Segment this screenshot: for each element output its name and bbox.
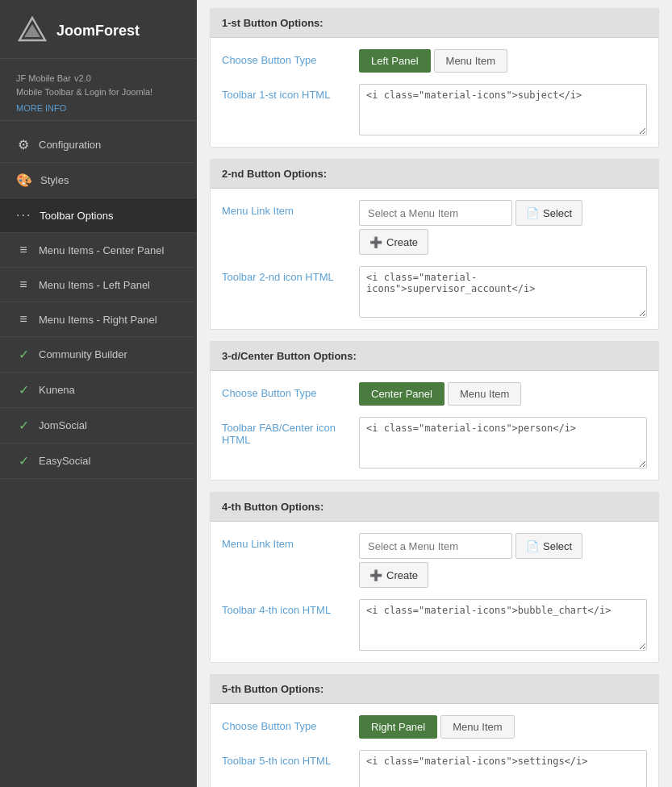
btn5-type-row: Choose Button Type Right Panel Menu Item (222, 715, 647, 739)
section-btn1-header: 1-st Button Options: (211, 9, 658, 38)
btn5-right-panel-button[interactable]: Right Panel (359, 715, 437, 739)
btn2-icon-textarea[interactable] (359, 266, 647, 318)
check-icon: ✓ (16, 382, 31, 398)
sidebar-item-menu-items-right[interactable]: ≡ Menu Items - Right Panel (0, 302, 197, 337)
btn2-menu-input[interactable] (359, 200, 512, 226)
section-btn5-header: 5-th Button Options: (211, 675, 658, 704)
sidebar-logo: JoomForest (0, 0, 197, 59)
btn5-menu-item-button[interactable]: Menu Item (440, 715, 514, 739)
menu-icon: ≡ (16, 243, 31, 257)
btn4-create-button[interactable]: ➕ Create (359, 562, 428, 588)
logo-text: JoomForest (56, 23, 140, 40)
btn1-icon-row: Toolbar 1-st icon HTML (222, 84, 647, 135)
section-btn4: 4-th Button Options: Menu Link Item 📄 Se… (210, 492, 659, 663)
btn2-select-button[interactable]: 📄 Select (515, 200, 582, 226)
logo-icon (16, 15, 48, 47)
btn5-icon-label: Toolbar 5-th icon HTML (222, 750, 359, 767)
sidebar-item-menu-items-center[interactable]: ≡ Menu Items - Center Panel (0, 233, 197, 268)
btn3-menu-item-button[interactable]: Menu Item (448, 382, 521, 406)
sidebar-item-label: Menu Items - Center Panel (39, 244, 164, 256)
btn3-icon-control (359, 417, 647, 468)
sidebar-item-kunena[interactable]: ✓ Kunena (0, 373, 197, 408)
section-btn3: 3-d/Center Button Options: Choose Button… (210, 341, 659, 481)
more-info-link[interactable]: MORE INFO (16, 103, 66, 113)
section-btn4-body: Menu Link Item 📄 Select ➕ Create Toolbar… (211, 522, 658, 662)
section-btn5: 5-th Button Options: Choose Button Type … (210, 674, 659, 787)
btn4-icon-control (359, 599, 647, 651)
sidebar-item-styles[interactable]: 🎨 Styles (0, 163, 197, 198)
btn2-icon-label: Toolbar 2-nd icon HTML (222, 266, 359, 283)
btn1-menu-item-button[interactable]: Menu Item (434, 49, 507, 73)
btn5-icon-textarea[interactable] (359, 750, 647, 787)
menu-icon: ≡ (16, 312, 31, 327)
main-content: 1-st Button Options: Choose Button Type … (197, 0, 672, 787)
doc-icon: 📄 (526, 207, 539, 219)
btn1-left-panel-button[interactable]: Left Panel (359, 49, 431, 73)
palette-icon: 🎨 (16, 173, 32, 188)
btn2-menu-control: 📄 Select ➕ Create (359, 200, 647, 255)
btn2-menu-row: Menu Link Item 📄 Select ➕ Create (222, 200, 647, 255)
btn5-icon-row: Toolbar 5-th icon HTML (222, 750, 647, 787)
btn4-menu-input[interactable] (359, 533, 512, 559)
btn2-create-button[interactable]: ➕ Create (359, 229, 428, 255)
plus-icon: ➕ (369, 236, 382, 248)
btn4-menu-row: Menu Link Item 📄 Select ➕ Create (222, 533, 647, 588)
sidebar-item-menu-items-left[interactable]: ≡ Menu Items - Left Panel (0, 268, 197, 302)
check-icon: ✓ (16, 418, 31, 433)
doc-icon: 📄 (526, 540, 539, 552)
btn1-type-row: Choose Button Type Left Panel Menu Item (222, 49, 647, 73)
sidebar-item-community-builder[interactable]: ✓ Community Builder (0, 337, 197, 373)
sidebar-item-easysocial[interactable]: ✓ EasySocial (0, 443, 197, 479)
btn5-type-control: Right Panel Menu Item (359, 715, 647, 739)
btn3-type-label: Choose Button Type (222, 382, 359, 399)
sidebar-item-label: Community Builder (39, 348, 127, 360)
section-btn5-body: Choose Button Type Right Panel Menu Item… (211, 704, 658, 787)
section-btn1: 1-st Button Options: Choose Button Type … (210, 8, 659, 148)
app-info: JF Mobile Bar v2.0 Mobile Toolbar & Logi… (0, 59, 197, 121)
app-subtitle: Mobile Toolbar & Login for Joomla! (16, 87, 181, 97)
sidebar-item-label: Styles (40, 174, 69, 186)
section-btn2-header: 2-nd Button Options: (211, 160, 658, 189)
btn2-menu-label: Menu Link Item (222, 200, 359, 217)
section-btn2-body: Menu Link Item 📄 Select ➕ Create Toolbar… (211, 189, 658, 329)
section-btn3-body: Choose Button Type Center Panel Menu Ite… (211, 371, 658, 480)
btn3-icon-row: Toolbar FAB/Center icon HTML (222, 417, 647, 468)
sidebar-item-label: EasySocial (39, 455, 90, 467)
btn3-center-panel-button[interactable]: Center Panel (359, 382, 445, 406)
btn1-icon-label: Toolbar 1-st icon HTML (222, 84, 359, 101)
app-title: JF Mobile Bar v2.0 (16, 70, 181, 84)
sidebar-item-label: Toolbar Options (40, 210, 113, 222)
sidebar-item-label: Kunena (39, 384, 75, 396)
btn5-type-label: Choose Button Type (222, 715, 359, 732)
btn3-type-row: Choose Button Type Center Panel Menu Ite… (222, 382, 647, 406)
btn1-icon-control (359, 84, 647, 135)
sidebar-item-label: JomSocial (39, 419, 87, 431)
btn1-type-label: Choose Button Type (222, 49, 359, 66)
btn5-icon-control (359, 750, 647, 787)
sidebar-item-jomsocial[interactable]: ✓ JomSocial (0, 408, 197, 443)
dots-icon: ··· (16, 208, 31, 223)
btn3-type-control: Center Panel Menu Item (359, 382, 647, 406)
sidebar-item-configuration[interactable]: ⚙ Configuration (0, 127, 197, 163)
btn1-icon-textarea[interactable] (359, 84, 647, 135)
section-btn4-header: 4-th Button Options: (211, 493, 658, 522)
sidebar-nav: ⚙ Configuration 🎨 Styles ··· Toolbar Opt… (0, 121, 197, 485)
gear-icon: ⚙ (16, 137, 31, 152)
btn2-icon-control (359, 266, 647, 318)
btn4-icon-textarea[interactable] (359, 599, 647, 651)
btn4-menu-label: Menu Link Item (222, 533, 359, 550)
btn4-icon-row: Toolbar 4-th icon HTML (222, 599, 647, 651)
btn4-menu-control: 📄 Select ➕ Create (359, 533, 647, 588)
btn1-type-control: Left Panel Menu Item (359, 49, 647, 73)
btn4-select-button[interactable]: 📄 Select (515, 533, 582, 559)
sidebar-item-label: Configuration (39, 139, 101, 151)
section-btn1-body: Choose Button Type Left Panel Menu Item … (211, 38, 658, 147)
check-icon: ✓ (16, 453, 31, 468)
sidebar-item-label: Menu Items - Left Panel (39, 279, 150, 291)
section-btn3-header: 3-d/Center Button Options: (211, 342, 658, 371)
menu-icon: ≡ (16, 277, 31, 292)
btn2-icon-row: Toolbar 2-nd icon HTML (222, 266, 647, 318)
btn3-icon-textarea[interactable] (359, 417, 647, 468)
sidebar-item-toolbar-options[interactable]: ··· Toolbar Options (0, 198, 197, 233)
btn3-icon-label: Toolbar FAB/Center icon HTML (222, 417, 359, 446)
